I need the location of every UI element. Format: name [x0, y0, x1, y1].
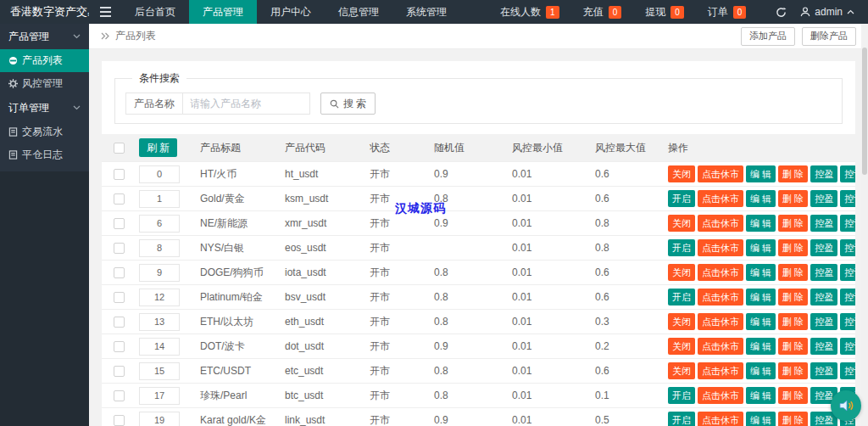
control-loss-button[interactable]: 控亏: [840, 362, 855, 379]
toggle-market-button[interactable]: 关闭: [668, 215, 695, 232]
row-checkbox[interactable]: [114, 267, 125, 278]
toggle-market-button[interactable]: 开启: [668, 239, 695, 256]
sidebar-group-order-management[interactable]: 订单管理: [0, 95, 89, 121]
sort-order-input[interactable]: [139, 190, 180, 208]
product-name-input[interactable]: [183, 92, 310, 115]
add-product-button[interactable]: 添加产品: [741, 27, 795, 46]
refresh-icon[interactable]: [770, 0, 792, 24]
delete-button[interactable]: 删 除: [778, 412, 808, 426]
control-profit-button[interactable]: 控盈: [810, 190, 837, 207]
nav-item-user-center[interactable]: 用户中心: [257, 0, 325, 24]
control-loss-button[interactable]: 控亏: [840, 165, 855, 182]
row-checkbox[interactable]: [114, 292, 125, 303]
hamburger-icon[interactable]: [92, 0, 118, 24]
toggle-market-button[interactable]: 开启: [668, 289, 695, 305]
delete-button[interactable]: 删 除: [778, 239, 808, 256]
toggle-market-button[interactable]: 关闭: [668, 313, 695, 330]
sort-order-input[interactable]: [139, 215, 180, 233]
delete-button[interactable]: 删 除: [778, 313, 808, 330]
sort-order-input[interactable]: [139, 338, 180, 356]
sidebar-item-risk-management[interactable]: 风控管理: [0, 72, 89, 95]
delete-product-button[interactable]: 删除产品: [802, 27, 856, 46]
edit-button[interactable]: 编 辑: [746, 412, 776, 426]
pause-market-button[interactable]: 点击休市: [698, 387, 743, 404]
edit-button[interactable]: 编 辑: [746, 313, 776, 330]
edit-button[interactable]: 编 辑: [746, 239, 776, 256]
control-loss-button[interactable]: 控亏: [840, 264, 855, 281]
edit-button[interactable]: 编 辑: [746, 338, 776, 355]
sort-order-input[interactable]: [139, 289, 180, 306]
pause-market-button[interactable]: 点击休市: [698, 412, 743, 426]
delete-button[interactable]: 删 除: [778, 338, 808, 355]
row-checkbox[interactable]: [114, 415, 125, 426]
control-loss-button[interactable]: 控亏: [840, 215, 855, 232]
control-profit-button[interactable]: 控盈: [810, 165, 837, 182]
edit-button[interactable]: 编 辑: [746, 289, 776, 305]
row-checkbox[interactable]: [114, 243, 125, 254]
pause-market-button[interactable]: 点击休市: [698, 190, 743, 207]
user-menu[interactable]: admin: [800, 6, 868, 18]
nav-item-product-management[interactable]: 产品管理: [189, 0, 257, 24]
sort-order-input[interactable]: [139, 387, 180, 405]
sort-order-input[interactable]: [139, 264, 180, 282]
control-profit-button[interactable]: 控盈: [810, 313, 837, 330]
sidebar-item-close-position-log[interactable]: 平仓日志: [0, 143, 89, 166]
control-profit-button[interactable]: 控盈: [810, 239, 837, 256]
select-all-checkbox[interactable]: [114, 143, 125, 154]
stat-orders[interactable]: 订单 0: [708, 5, 747, 20]
stat-deposits[interactable]: 充值 0: [583, 5, 622, 20]
pause-market-button[interactable]: 点击休市: [698, 313, 743, 330]
control-profit-button[interactable]: 控盈: [810, 289, 837, 305]
delete-button[interactable]: 删 除: [778, 289, 808, 305]
control-loss-button[interactable]: 控亏: [840, 313, 855, 330]
control-loss-button[interactable]: 控亏: [840, 190, 855, 207]
toggle-market-button[interactable]: 关闭: [668, 362, 695, 379]
toggle-market-button[interactable]: 关闭: [668, 264, 695, 281]
pause-market-button[interactable]: 点击休市: [698, 338, 743, 355]
nav-item-system-management[interactable]: 系统管理: [392, 0, 460, 24]
delete-button[interactable]: 删 除: [778, 190, 808, 207]
nav-item-info-management[interactable]: 信息管理: [325, 0, 392, 24]
refresh-button[interactable]: 刷 新: [139, 138, 177, 157]
toggle-market-button[interactable]: 开启: [668, 412, 695, 426]
sidebar-item-product-list[interactable]: 产品列表: [0, 49, 89, 72]
sort-order-input[interactable]: [139, 239, 180, 257]
row-checkbox[interactable]: [114, 169, 125, 180]
sidebar-item-trade-flow[interactable]: 交易流水: [0, 121, 89, 143]
toggle-market-button[interactable]: 关闭: [668, 338, 695, 355]
pause-market-button[interactable]: 点击休市: [698, 289, 743, 305]
control-profit-button[interactable]: 控盈: [810, 215, 837, 232]
sort-order-input[interactable]: [139, 362, 180, 380]
sidebar-group-product-management[interactable]: 产品管理: [0, 24, 89, 49]
control-profit-button[interactable]: 控盈: [810, 362, 837, 379]
pause-market-button[interactable]: 点击休市: [698, 264, 743, 281]
control-profit-button[interactable]: 控盈: [810, 264, 837, 281]
edit-button[interactable]: 编 辑: [746, 165, 776, 182]
pause-market-button[interactable]: 点击休市: [698, 239, 743, 256]
delete-button[interactable]: 删 除: [778, 264, 808, 281]
delete-button[interactable]: 删 除: [778, 387, 808, 404]
toggle-market-button[interactable]: 开启: [668, 190, 695, 207]
sound-button[interactable]: [831, 390, 861, 421]
row-checkbox[interactable]: [114, 317, 125, 328]
nav-item-dashboard[interactable]: 后台首页: [121, 0, 189, 24]
delete-button[interactable]: 删 除: [778, 215, 808, 232]
control-loss-button[interactable]: 控亏: [840, 239, 855, 256]
edit-button[interactable]: 编 辑: [746, 362, 776, 379]
sort-order-input[interactable]: [139, 165, 180, 183]
delete-button[interactable]: 删 除: [778, 362, 808, 379]
edit-button[interactable]: 编 辑: [746, 387, 776, 404]
pause-market-button[interactable]: 点击休市: [698, 215, 743, 232]
stat-withdrawals[interactable]: 提现 0: [645, 5, 684, 20]
row-checkbox[interactable]: [114, 341, 125, 352]
control-loss-button[interactable]: 控亏: [840, 338, 855, 355]
sort-order-input[interactable]: [139, 412, 180, 426]
sort-order-input[interactable]: [139, 313, 180, 331]
pause-market-button[interactable]: 点击休市: [698, 165, 743, 182]
edit-button[interactable]: 编 辑: [746, 264, 776, 281]
control-loss-button[interactable]: 控亏: [840, 289, 855, 305]
page-scrollbar-thumb[interactable]: [862, 48, 867, 175]
toggle-market-button[interactable]: 关闭: [668, 165, 695, 182]
row-checkbox[interactable]: [114, 366, 125, 377]
edit-button[interactable]: 编 辑: [746, 215, 776, 232]
